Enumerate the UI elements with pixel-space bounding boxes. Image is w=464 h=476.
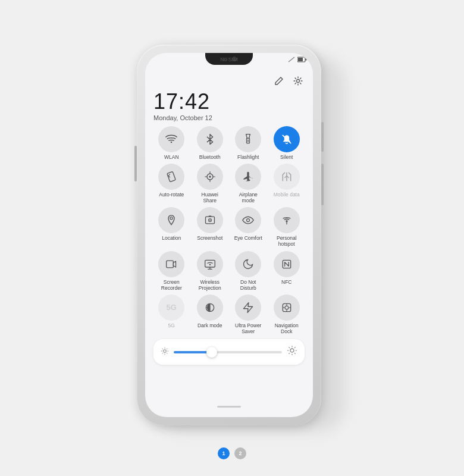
svg-point-11 <box>209 176 211 177</box>
nfc-icon <box>281 258 293 270</box>
location-label: Location <box>162 235 181 241</box>
settings-button[interactable] <box>291 74 305 87</box>
toggle-do-not-disturb[interactable]: Do Not Disturb <box>230 251 267 291</box>
volume-button[interactable] <box>321 164 324 205</box>
toggle-personal-hotspot[interactable]: Personal hotspot <box>269 207 305 247</box>
airplane-icon-wrap <box>235 164 261 190</box>
5g-icon-wrap: 5G <box>158 295 184 321</box>
ultra-power-saver-label: Ultra Power Saver <box>233 322 264 334</box>
brightness-control[interactable] <box>153 339 305 365</box>
phone-body: No SIM <box>137 45 321 425</box>
flashlight-label: Flashlight <box>237 154 259 160</box>
sim-status: No SIM <box>220 57 238 62</box>
toggle-eye-comfort[interactable]: Eye Comfort <box>230 207 267 247</box>
nfc-icon-wrap <box>274 251 300 277</box>
toggle-nfc[interactable]: NFC <box>269 251 305 291</box>
auto-rotate-label: Auto-rotate <box>159 192 184 198</box>
5g-text: 5G <box>167 303 177 312</box>
location-icon-wrap <box>158 207 184 233</box>
brightness-thumb[interactable] <box>206 347 217 358</box>
wireless-projection-icon <box>204 258 216 270</box>
toggle-5g[interactable]: 5G 5G <box>153 295 190 334</box>
edit-button[interactable] <box>272 74 286 87</box>
screenshot-label: Screenshot <box>197 235 222 241</box>
left-button[interactable] <box>134 146 137 181</box>
toggle-wlan[interactable]: WLAN <box>153 126 190 160</box>
location-icon <box>165 214 177 226</box>
toggle-silent[interactable]: Silent <box>269 126 305 160</box>
wireless-projection-icon-wrap <box>197 251 223 277</box>
bluetooth-label: Bluetooth <box>199 154 221 160</box>
svg-rect-3 <box>298 58 303 61</box>
hotspot-icon <box>281 214 293 226</box>
brightness-track[interactable] <box>174 351 282 353</box>
toggle-bluetooth[interactable]: Bluetooth <box>192 126 228 160</box>
svg-point-5 <box>171 141 173 143</box>
navigation-dock-icon-wrap <box>274 295 300 321</box>
svg-point-15 <box>209 220 211 221</box>
do-not-disturb-label: Do Not Disturb <box>233 279 264 291</box>
huawei-share-icon-wrap <box>197 164 223 190</box>
toggle-navigation-dock[interactable]: Navigation Dock <box>269 295 305 334</box>
quick-settings-panel: 17:42 Monday, October 12 <box>145 70 313 365</box>
flashlight-icon-wrap <box>235 126 261 152</box>
svg-point-22 <box>209 264 211 265</box>
wlan-label: WLAN <box>164 154 179 160</box>
auto-rotate-icon <box>165 171 177 183</box>
5g-label: 5G <box>168 322 175 328</box>
status-bar: No SIM <box>145 53 313 70</box>
dark-mode-icon-wrap <box>197 295 223 321</box>
toggle-airplane[interactable]: Airplane mode <box>230 164 267 203</box>
svg-rect-9 <box>167 171 176 182</box>
bottom-handle[interactable] <box>217 406 241 408</box>
page-dot-1[interactable]: 1 <box>218 447 230 459</box>
power-button[interactable] <box>321 122 324 152</box>
navigation-dock-label: Navigation Dock <box>271 322 302 334</box>
svg-point-17 <box>247 219 250 222</box>
dark-mode-icon <box>204 302 216 314</box>
quick-toggles-grid: WLAN Bluetooth <box>153 126 305 335</box>
silent-label: Silent <box>280 154 293 160</box>
navigation-dock-icon <box>281 302 293 314</box>
svg-point-32 <box>290 349 294 352</box>
toggle-wireless-projection[interactable]: Wireless Projection <box>192 251 228 291</box>
svg-point-4 <box>297 80 300 83</box>
svg-rect-16 <box>208 216 211 217</box>
toggle-huawei-share[interactable]: Huawei Share <box>192 164 228 203</box>
silent-icon <box>281 133 293 145</box>
toggle-dark-mode[interactable]: Dark mode <box>192 295 228 334</box>
hotspot-icon-wrap <box>274 207 300 233</box>
status-icons <box>288 57 307 62</box>
clock-date: Monday, October 12 <box>153 114 305 121</box>
toggle-flashlight[interactable]: Flashlight <box>230 126 267 160</box>
eye-comfort-icon <box>242 214 254 226</box>
screen-recorder-label: Screen Recorder <box>156 279 187 291</box>
page-indicator: 1 2 <box>218 447 246 459</box>
battery-icon <box>297 57 307 62</box>
toggle-screen-recorder[interactable]: Screen Recorder <box>153 251 190 291</box>
ultra-power-saver-icon-wrap <box>235 295 261 321</box>
eye-comfort-label: Eye Comfort <box>234 235 262 241</box>
silent-icon-wrap <box>274 126 300 152</box>
wireless-projection-label: Wireless Projection <box>195 279 225 291</box>
phone-screen: No SIM <box>145 53 313 417</box>
auto-rotate-icon-wrap <box>158 164 184 190</box>
dark-mode-label: Dark mode <box>197 322 222 328</box>
airplane-label: Airplane mode <box>233 192 264 203</box>
svg-rect-20 <box>167 261 174 268</box>
svg-line-0 <box>289 57 294 62</box>
toggle-mobile-data[interactable]: Mobile data <box>269 164 305 203</box>
screen-bottom <box>145 365 313 417</box>
screen-recorder-icon-wrap <box>158 251 184 277</box>
toggle-location[interactable]: Location <box>153 207 190 247</box>
do-not-disturb-icon-wrap <box>235 251 261 277</box>
mobile-data-label: Mobile data <box>274 192 300 198</box>
svg-point-26 <box>285 306 289 309</box>
flashlight-icon <box>242 133 254 145</box>
toggle-screenshot[interactable]: Screenshot <box>192 207 228 247</box>
clock-area: 17:42 Monday, October 12 <box>153 90 305 121</box>
toggle-ultra-power-saver[interactable]: Ultra Power Saver <box>230 295 267 334</box>
brightness-max-icon <box>287 345 297 359</box>
toggle-auto-rotate[interactable]: Auto-rotate <box>153 164 190 203</box>
page-dot-2[interactable]: 2 <box>234 447 246 459</box>
